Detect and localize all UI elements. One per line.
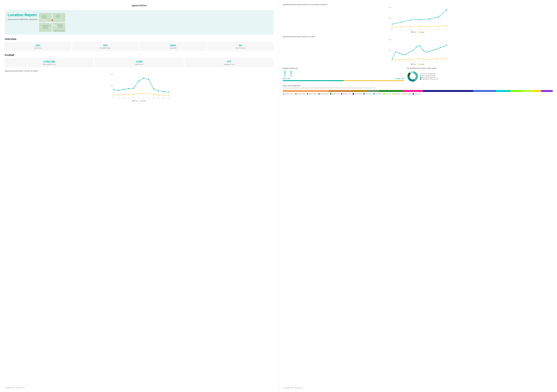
dwell-swatch [318,93,320,95]
hour-legend-peak: Peak [411,63,416,65]
footfall-card-total: 2,932,348 Total Footfall Per Year [5,58,94,67]
hour-chart-legend: Peak Average [283,63,553,65]
svg-point-60 [410,19,411,20]
dwell-legend-label: 15-20m 8.79% [297,93,305,95]
boomer-label: Baby Boomer (>64 years) 17% [422,78,438,80]
age-legend-genx: Gen X (40-64 years) 38% [420,77,438,78]
male-pct: 50% [287,78,290,80]
svg-point-58 [392,24,393,24]
day-chart-section: AVERAGE AND PEAK HOURLY FOOTFALL BY DAY … [283,4,553,33]
svg-point-95 [426,52,427,53]
svg-text:2000: 2000 [389,17,392,19]
dwell-segment [511,90,522,92]
footfall-label-avg: Average Per Hour [186,64,272,65]
avg-dot [139,100,140,101]
dwell-segment [532,90,541,92]
dwell-segment [404,90,423,92]
footfall-label-peak: Peak Per Hour [96,64,182,65]
stat-value-traffic-stop: 3m [209,44,272,47]
svg-point-104 [399,59,400,60]
svg-text:Nov: Nov [163,98,165,98]
svg-point-24 [153,88,154,89]
svg-point-67 [410,26,411,27]
dwell-segment [496,90,511,92]
dwell-legend-item: 2-3h 8.41% [363,93,371,95]
svg-point-100 [443,46,444,47]
hour-avg-dot [418,64,419,65]
dwell-bar [283,90,553,92]
svg-text:07: 07 [392,61,393,62]
donut-svg [407,70,419,82]
svg-point-88 [402,54,403,55]
svg-point-92 [416,47,417,48]
location-text: Location Report Dufourstrasse 49, 8008 Z… [8,13,37,21]
svg-point-20 [133,88,134,89]
legend-peak: Peak [132,100,137,102]
svg-point-137 [290,71,292,73]
logo: spacewise [5,4,274,7]
map-credit: Map data ©2024 Google [54,30,65,31]
geny-label: Gen Y (20-39 years) 29% [422,75,435,76]
dwell-swatch [283,93,284,95]
age-title: AGE DISTRIBUTION (IN YEARS, YEARLY BASIS… [407,68,553,69]
day-peak-dot [411,32,412,33]
dwell-swatch [330,93,331,95]
svg-point-59 [401,22,402,23]
stat-card-store-density: 16% Store Density [5,42,71,51]
distribution-row: GENDER DISTRIBUTION Male - 50% [283,68,553,82]
hour-chart-section: AVERAGE AND PEAK HOURLY FOOTFALL BY HOUR… [283,36,553,65]
day-chart: 4000 2000 0 [283,6,553,30]
svg-point-98 [437,49,437,49]
genx-dot [420,77,421,78]
svg-point-89 [406,54,406,55]
dwell-segment [368,90,379,92]
dwell-legend-label: 3-4h 5.46% [375,93,381,95]
svg-point-90 [409,52,410,53]
svg-text:2000: 2000 [389,49,392,51]
stat-card-closest-atm: 106m Closest ATM [140,42,206,51]
geny-dot [420,75,421,76]
dwell-legend-item: 15-20m 8.79% [295,93,305,95]
month-chart-title: AVERAGE AND PEAK HOURLY FOOTFALL BY MONT… [5,70,274,72]
svg-text:0: 0 [391,60,392,61]
svg-text:Sep: Sep [153,98,155,98]
dwell-legend-label: 20-25m 5.58% [309,93,317,95]
gender-icons [283,70,404,77]
svg-point-28 [113,94,114,95]
male-icon [283,70,287,77]
svg-point-35 [148,93,149,94]
svg-point-70 [438,26,439,27]
dwell-segment [522,90,532,92]
genz-dot [420,73,421,74]
day-chart-legend: Peak Average [283,31,553,33]
svg-text:18: 18 [430,61,431,62]
svg-point-109 [416,58,417,59]
male-label: Male - 50% [283,78,290,80]
svg-text:09: 09 [399,61,400,62]
svg-point-39 [168,95,169,96]
month-chart-section: AVERAGE AND PEAK HOURLY FOOTFALL BY MONT… [5,70,274,102]
stat-card-hospitality-density: 18% Hospitality Density [72,42,139,51]
footfall-section: Footfall 2,932,348 Total Footfall Per Ye… [5,54,274,67]
dwell-legend-item: 5-6h 3.54% [393,93,401,95]
peak-label: Peak [134,100,137,102]
dwell-swatch [413,93,414,95]
day-chart-title: AVERAGE AND PEAK HOURLY FOOTFALL BY DAY … [283,4,553,5]
dwell-segment [283,90,329,92]
stat-card-traffic-stop: 3m Next Traffic Stop [207,42,274,51]
svg-point-117 [443,58,444,59]
svg-point-66 [401,26,402,27]
svg-point-105 [402,59,403,60]
right-panel: AVERAGE AND PEAK HOURLY FOOTFALL BY DAY … [278,0,557,392]
svg-text:13: 13 [412,61,413,62]
footfall-title: Footfall [5,54,274,57]
footfall-label-total: Total Footfall Per Year [6,64,92,65]
location-card: Location Report Dufourstrasse 49, 8008 Z… [5,10,274,35]
svg-point-136 [284,71,286,73]
svg-point-30 [123,94,124,95]
svg-point-22 [143,78,144,79]
svg-point-112 [426,59,427,60]
map-pin: 📍 [51,19,54,22]
dwell-segment [541,90,553,92]
svg-text:15: 15 [419,61,420,62]
